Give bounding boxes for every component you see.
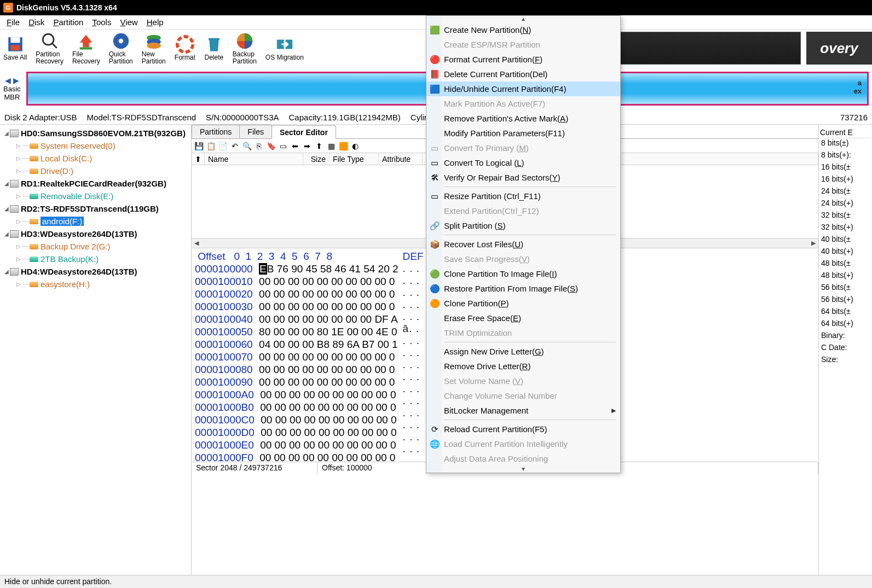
ctx-item[interactable]: 🟦Hide/Unhide Current Partition(F4): [426, 81, 620, 96]
ctx-item[interactable]: ▭Convert To Logical (L): [426, 155, 620, 170]
save-icon: [5, 34, 25, 54]
ctx-item[interactable]: Remove Drive Letter(R): [426, 359, 620, 374]
ctx-item: TRIM Optimization: [426, 325, 620, 340]
tree-volume-node[interactable]: ▷┈┈2TB Backup(K:): [1, 253, 190, 265]
tb-partition-recovery[interactable]: Partition Recovery: [36, 31, 63, 65]
menu-help[interactable]: Help: [142, 16, 168, 28]
col-file-type[interactable]: File Type: [330, 153, 379, 165]
tb-format[interactable]: Format: [175, 34, 195, 61]
tree-disk-node[interactable]: ◢HD0:SamsungSSD860EVOM.21TB(932GB): [1, 127, 190, 139]
rst-icon: 🔵: [430, 284, 440, 294]
del-icon: 📕: [430, 69, 440, 79]
ctx-item[interactable]: 🔗Split Partition (S): [426, 218, 620, 233]
svg-point-7: [119, 39, 124, 44]
tb-delete[interactable]: Delete: [204, 34, 224, 61]
ctx-item[interactable]: 📕Delete Current Partition(Del): [426, 67, 620, 81]
tree-disk-node[interactable]: ◢RD2:TS-RDF5SDTranscend(119GB): [1, 202, 190, 215]
ctx-item[interactable]: Assign New Drive Letter(G): [426, 344, 620, 359]
menu-tools[interactable]: Tools: [88, 16, 116, 28]
ctx-item: Change Volume Serial Number: [426, 388, 620, 403]
col-attribute[interactable]: Attribute: [379, 153, 423, 165]
status-bar: Hide or unhide current partition.: [0, 575, 872, 588]
tree-volume-node[interactable]: ▷┈┈Backup Drive 2(G:): [1, 240, 190, 253]
tb-quick-partition[interactable]: Quick Partition: [109, 31, 133, 65]
tab-files[interactable]: Files: [239, 125, 272, 138]
nav-prev-icon[interactable]: ◀: [5, 76, 11, 85]
ctx-item: Set Volume Name (V): [426, 374, 620, 388]
svg-rect-5: [80, 47, 93, 49]
ctx-item[interactable]: 🔴Format Current Partition(F): [426, 52, 620, 67]
ctx-item[interactable]: 🔵Restore Partition From Image File(S): [426, 281, 620, 296]
nav-next-icon[interactable]: ▶: [13, 76, 19, 85]
hide-icon: 🟦: [430, 84, 440, 94]
paste-icon[interactable]: 📄: [218, 141, 228, 151]
tree-volume-node[interactable]: ▷┈┈easystore(H:): [1, 278, 190, 290]
trash-icon: [204, 34, 224, 54]
tree-volume-node[interactable]: ▷┈┈android(F:): [1, 215, 190, 228]
tree-volume-node[interactable]: ▷┈┈Removable Disk(E:): [1, 190, 190, 202]
ctx-item[interactable]: BitLocker Management▶: [426, 403, 620, 418]
ctx-item: Extend Partition(Ctrl_F12): [426, 203, 620, 218]
tree-volume-node[interactable]: ▷┈┈Drive(D:): [1, 165, 190, 177]
ctx-item[interactable]: Remove Partition's Active Mark(A): [426, 111, 620, 126]
li-icon: 🌐: [430, 439, 440, 449]
ctx-item[interactable]: 🟠Clone Partition(P): [426, 296, 620, 311]
svg-rect-2: [10, 45, 20, 51]
disk-tree[interactable]: ◢HD0:SamsungSSD860EVOM.21TB(932GB)▷┈┈Sys…: [0, 125, 192, 575]
prev-icon[interactable]: ⬅: [290, 141, 300, 151]
tree-disk-node[interactable]: ◢RD1:RealtekPCIECardReader(932GB): [1, 177, 190, 190]
ctx-item[interactable]: ▭Resize Partition (Ctrl_F11): [426, 189, 620, 203]
tb-os-migration[interactable]: OS Migration: [265, 34, 304, 61]
copy-icon[interactable]: 📋: [206, 141, 216, 151]
pie-icon: [235, 31, 255, 51]
ctx-item[interactable]: ⟳Reload Current Partition(F5): [426, 422, 620, 436]
format-icon: [175, 34, 195, 54]
col-name[interactable]: Name: [205, 153, 303, 165]
col-up-arrow-icon[interactable]: ⬆: [192, 153, 205, 165]
tree-disk-node[interactable]: ◢HD3:WDeasystore264D(13TB): [1, 228, 190, 240]
next-icon[interactable]: ➡: [302, 141, 312, 151]
tree-disk-node[interactable]: ◢HD4:WDeasystore264D(13TB): [1, 265, 190, 278]
menu-view[interactable]: View: [116, 16, 142, 28]
calc-icon[interactable]: 🟧: [338, 141, 348, 151]
tree-volume-node[interactable]: ▷┈┈System Reserved(0): [1, 139, 190, 152]
bookmark-icon[interactable]: 🔖: [266, 141, 276, 151]
goto-icon[interactable]: ⎘: [254, 141, 264, 151]
ctx-item[interactable]: 📦Recover Lost Files(U): [426, 237, 620, 252]
up-icon[interactable]: ⬆: [314, 141, 324, 151]
chart-icon[interactable]: ◐: [350, 141, 360, 151]
save-icon[interactable]: 💾: [194, 141, 204, 151]
menu-disk[interactable]: Disk: [24, 16, 49, 28]
ctx-item[interactable]: 🟢Clone Partition To Image File(I): [426, 266, 620, 281]
tab-sector-editor[interactable]: Sector Editor: [272, 125, 336, 139]
tb-new-partition[interactable]: New Partition: [142, 31, 166, 65]
tb-file-recovery[interactable]: File Recovery: [72, 31, 100, 65]
search-icon[interactable]: 🔍: [242, 141, 252, 151]
ctx-item[interactable]: 🛠Verify Or Repair Bad Sectors(Y): [426, 170, 620, 185]
ctx-item[interactable]: Erase Free Space(E): [426, 311, 620, 325]
menu-scroll-up-icon[interactable]: ▲: [426, 16, 620, 22]
disk-nav: ◀▶ Basic MBR: [3, 76, 21, 101]
ctx-item[interactable]: 🟩Create New Partition(N): [426, 22, 620, 37]
ctx-item: ▭Convert To Primary (M): [426, 141, 620, 155]
sector-icon[interactable]: ▭: [278, 141, 288, 151]
tb-backup-partition[interactable]: Backup Partition: [233, 31, 257, 65]
menu-scroll-down-icon[interactable]: ▼: [426, 466, 620, 473]
col-size[interactable]: Size: [303, 153, 330, 165]
tree-volume-node[interactable]: ▷┈┈Local Disk(C:): [1, 152, 190, 165]
tb-save-all[interactable]: Save All: [3, 34, 27, 61]
undo-icon[interactable]: ↶: [230, 141, 240, 151]
ctx-item: Mark Partition As Active(F7): [426, 96, 620, 111]
hex-viewer[interactable]: Offset 0 1 2 3 4 5 6 7 8 0000100000 EB 7…: [192, 248, 402, 462]
struct-icon[interactable]: ▦: [326, 141, 336, 151]
ctx-item[interactable]: Modify Partition Parameters(F11): [426, 126, 620, 141]
rec-icon: 📦: [430, 240, 440, 249]
layers-icon: 🟩: [430, 25, 440, 35]
cp-icon: ▭: [430, 143, 440, 153]
tool-icon: 🛠: [430, 173, 440, 183]
tab-partitions[interactable]: Partitions: [192, 125, 240, 138]
menu-partition[interactable]: Partition: [49, 16, 88, 28]
layers-icon: [144, 31, 164, 51]
sp-icon: 🔗: [430, 221, 440, 231]
menu-file[interactable]: File: [2, 16, 24, 28]
